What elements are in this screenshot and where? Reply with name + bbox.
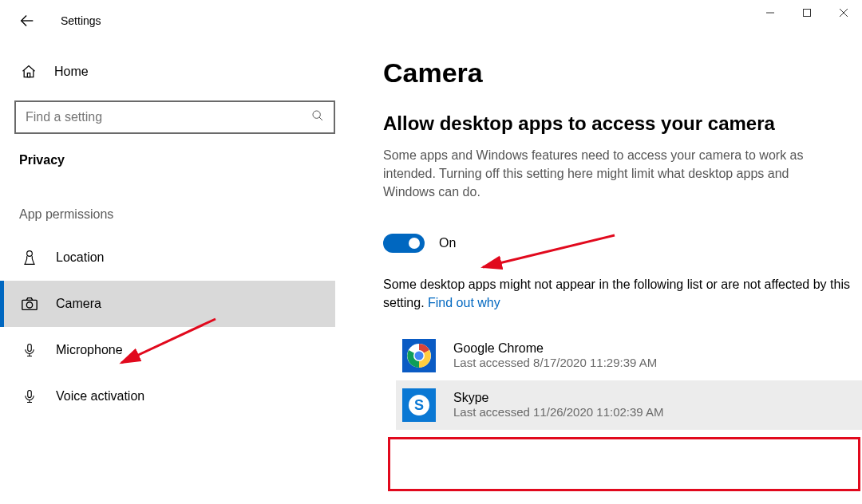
home-icon (21, 64, 37, 80)
back-button[interactable] (18, 11, 37, 30)
minimize-button[interactable] (752, 0, 789, 26)
svg-point-17 (415, 351, 424, 360)
sidebar: Home Privacy App permissions Location Ca… (0, 57, 343, 504)
app-last-accessed: Last accessed 11/26/2020 11:02:39 AM (453, 405, 664, 419)
app-name: Google Chrome (453, 341, 657, 356)
toggle-row: On (383, 234, 862, 253)
home-label: Home (54, 65, 89, 79)
camera-icon (21, 296, 38, 312)
nav-label: Voice activation (56, 389, 144, 404)
search-icon (311, 109, 324, 125)
svg-point-6 (313, 111, 320, 118)
search-input[interactable] (26, 110, 311, 124)
sidebar-subsection-permissions: App permissions (14, 207, 335, 222)
sidebar-section-privacy: Privacy (14, 153, 335, 167)
chrome-icon (402, 339, 436, 372)
header: Settings (18, 11, 101, 30)
sidebar-item-microphone[interactable]: Microphone (0, 327, 335, 373)
svg-rect-12 (28, 391, 32, 398)
page-title: Camera (383, 57, 862, 89)
svg-point-10 (26, 302, 32, 308)
svg-text:S: S (414, 397, 424, 413)
app-list: Google Chrome Last accessed 8/17/2020 11… (383, 331, 862, 430)
app-title: Settings (61, 14, 101, 27)
find-out-why-link[interactable]: Find out why (428, 296, 500, 309)
location-icon (21, 249, 38, 266)
microphone-icon (21, 341, 38, 359)
skype-icon: S (402, 388, 436, 422)
toggle-state-label: On (439, 236, 456, 250)
nav-label: Microphone (56, 343, 123, 357)
voice-activation-icon (21, 388, 38, 405)
titlebar (0, 0, 862, 26)
svg-rect-1 (804, 10, 811, 17)
section-description: Some apps and Windows features need to a… (383, 146, 830, 202)
app-last-accessed: Last accessed 8/17/2020 11:29:39 AM (453, 356, 657, 369)
sidebar-item-voice-activation[interactable]: Voice activation (0, 373, 335, 419)
app-name: Skype (453, 391, 664, 405)
list-intro: Some desktop apps might not appear in th… (383, 275, 862, 312)
svg-point-8 (27, 251, 33, 257)
svg-rect-5 (27, 73, 30, 77)
maximize-button[interactable] (789, 0, 825, 26)
svg-rect-11 (28, 345, 32, 352)
section-subtitle: Allow desktop apps to access your camera (383, 112, 862, 135)
main: Camera Allow desktop apps to access your… (343, 57, 862, 504)
nav-label: Camera (56, 297, 101, 311)
app-row-skype[interactable]: S Skype Last accessed 11/26/2020 11:02:3… (396, 380, 862, 430)
svg-line-7 (319, 117, 322, 120)
sidebar-item-camera[interactable]: Camera (0, 281, 335, 327)
app-row-chrome[interactable]: Google Chrome Last accessed 8/17/2020 11… (396, 331, 862, 380)
search-box[interactable] (14, 100, 335, 134)
toggle-knob (409, 238, 420, 249)
sidebar-item-home[interactable]: Home (14, 57, 335, 86)
camera-access-toggle[interactable] (383, 234, 425, 253)
sidebar-item-location[interactable]: Location (0, 234, 335, 281)
close-button[interactable] (825, 0, 862, 26)
nav-label: Location (56, 250, 105, 265)
